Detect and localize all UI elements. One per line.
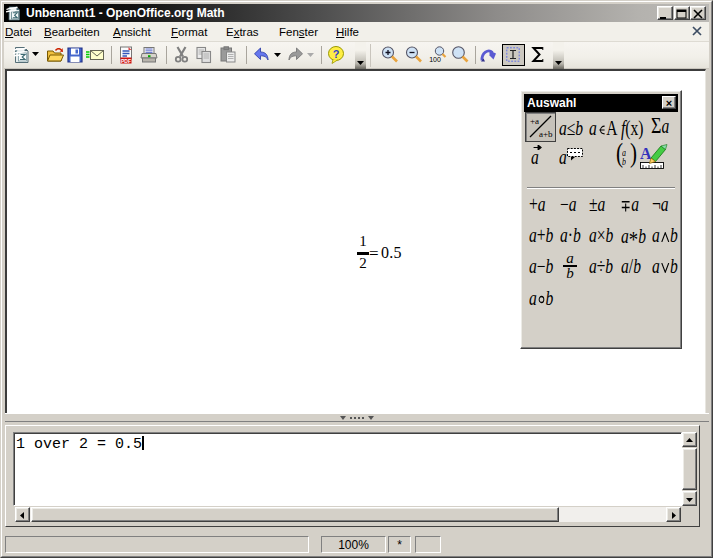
svg-text:A: A	[640, 145, 652, 162]
svg-text:?: ?	[333, 48, 340, 60]
svg-text:PDF: PDF	[121, 58, 131, 64]
svg-text:a+b: a+b	[539, 129, 553, 139]
svg-text:+a: +a	[530, 116, 539, 126]
svg-text:100: 100	[429, 56, 441, 63]
